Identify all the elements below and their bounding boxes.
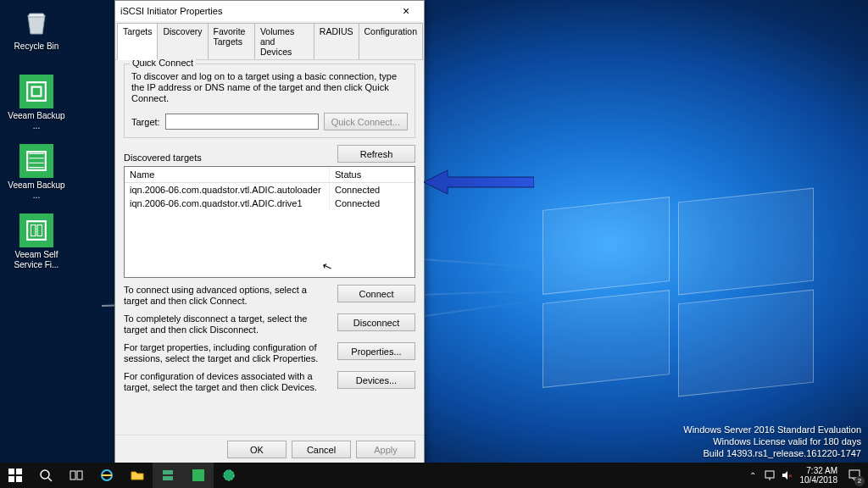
tab-configuration[interactable]: Configuration bbox=[359, 23, 423, 59]
tray-clock[interactable]: 7:32 AM 10/4/2018 bbox=[795, 466, 843, 485]
tab-radius[interactable]: RADIUS bbox=[314, 23, 359, 59]
connect-help: To connect using advanced options, selec… bbox=[124, 285, 331, 307]
desktop-icon-label: Veeam Backup ... bbox=[7, 111, 66, 131]
notification-badge: 2 bbox=[854, 476, 865, 486]
close-icon[interactable]: × bbox=[393, 4, 419, 18]
tab-body: Quick Connect To discover and log on to … bbox=[115, 60, 424, 435]
quick-connect-group: Quick Connect To discover and log on to … bbox=[124, 64, 415, 138]
svg-line-12 bbox=[48, 478, 52, 481]
globe-icon bbox=[222, 469, 236, 482]
veeam-icon bbox=[19, 75, 53, 108]
list-row[interactable]: iqn.2006-06.com.quadstor.vtl.ADIC.autolo… bbox=[125, 183, 415, 197]
folder-icon bbox=[131, 469, 144, 482]
windows-icon bbox=[8, 469, 22, 482]
tab-discovery[interactable]: Discovery bbox=[157, 23, 208, 59]
veeam-icon bbox=[19, 144, 53, 178]
dialog-button-row: OK Cancel Apply bbox=[115, 435, 424, 463]
svg-rect-1 bbox=[32, 87, 42, 97]
properties-help: For target properties, including configu… bbox=[124, 342, 331, 364]
search-icon bbox=[39, 469, 53, 482]
properties-button[interactable]: Properties... bbox=[337, 342, 415, 360]
target-label: Target: bbox=[131, 117, 160, 127]
taskbar-server-manager[interactable] bbox=[153, 463, 183, 488]
search-button[interactable] bbox=[31, 463, 61, 488]
taskbar-globe[interactable] bbox=[214, 463, 244, 488]
desktop: Recycle Bin Veeam Backup ... Veeam Backu… bbox=[0, 0, 868, 488]
svg-rect-5 bbox=[37, 225, 42, 236]
disconnect-help: To completely disconnect a target, selec… bbox=[124, 313, 331, 336]
task-view-icon bbox=[70, 469, 83, 482]
iscsi-dialog: iSCSI Initiator Properties × Targets Dis… bbox=[114, 0, 425, 464]
start-button[interactable] bbox=[0, 463, 31, 488]
tab-volumes-devices[interactable]: Volumes and Devices bbox=[254, 23, 314, 59]
tab-targets[interactable]: Targets bbox=[117, 23, 158, 60]
svg-text:×: × bbox=[788, 472, 793, 480]
desktop-icon-veeam-self-service[interactable]: Veeam Self Service Fi... bbox=[7, 214, 66, 270]
dialog-titlebar[interactable]: iSCSI Initiator Properties × bbox=[115, 1, 424, 21]
svg-rect-18 bbox=[192, 469, 204, 481]
apply-button[interactable]: Apply bbox=[356, 441, 415, 458]
taskbar-explorer[interactable] bbox=[122, 463, 153, 488]
svg-rect-17 bbox=[163, 476, 173, 480]
list-header: Name Status bbox=[125, 167, 415, 183]
desktop-icon-veeam-backup[interactable]: Veeam Backup ... bbox=[7, 75, 66, 131]
taskbar: ⌃ × 7:32 AM 10/4/2018 2 bbox=[0, 463, 868, 488]
ie-icon bbox=[100, 469, 114, 482]
devices-button[interactable]: Devices... bbox=[337, 371, 415, 389]
dialog-title: iSCSI Initiator Properties bbox=[120, 6, 222, 16]
refresh-button[interactable]: Refresh bbox=[337, 145, 415, 163]
svg-rect-10 bbox=[16, 476, 22, 482]
svg-marker-6 bbox=[424, 170, 534, 194]
tray-volume-icon[interactable]: × bbox=[778, 469, 795, 481]
quick-connect-help: To discover and log on to a target using… bbox=[131, 71, 408, 104]
svg-rect-13 bbox=[70, 471, 75, 480]
cancel-button[interactable]: Cancel bbox=[292, 441, 351, 458]
server-icon bbox=[161, 469, 175, 482]
svg-marker-23 bbox=[782, 471, 787, 480]
annotation-arrow bbox=[424, 165, 534, 201]
desktop-icon-label: Recycle Bin bbox=[7, 42, 66, 52]
recycle-bin-icon bbox=[19, 5, 53, 39]
svg-rect-16 bbox=[163, 470, 173, 474]
discovered-targets-label: Discovered targets bbox=[124, 152, 202, 163]
tray-chevron-icon[interactable]: ⌃ bbox=[744, 471, 761, 480]
col-status-header[interactable]: Status bbox=[330, 167, 415, 182]
desktop-icon-veeam-backup-2[interactable]: Veeam Backup ... bbox=[7, 144, 66, 201]
svg-rect-9 bbox=[8, 476, 14, 482]
windows-logo bbox=[542, 203, 831, 407]
svg-rect-0 bbox=[27, 82, 46, 101]
tab-row: Targets Discovery Favorite Targets Volum… bbox=[115, 21, 424, 60]
system-tray: ⌃ × 7:32 AM 10/4/2018 2 bbox=[744, 463, 869, 488]
desktop-icon-label: Veeam Backup ... bbox=[7, 180, 66, 201]
svg-rect-3 bbox=[27, 221, 46, 240]
devices-help: For configuration of devices associated … bbox=[124, 371, 331, 393]
quick-connect-button[interactable]: Quick Connect... bbox=[324, 113, 408, 130]
windows-watermark: Windows Server 2016 Standard Evaluation … bbox=[683, 424, 861, 459]
target-input[interactable] bbox=[165, 114, 319, 130]
svg-rect-21 bbox=[765, 471, 774, 478]
list-row[interactable]: iqn.2006-06.com.quadstor.vtl.ADIC.drive1… bbox=[125, 197, 415, 210]
task-view-button[interactable] bbox=[61, 463, 92, 488]
connect-button[interactable]: Connect bbox=[337, 285, 415, 302]
taskbar-veeam[interactable] bbox=[183, 463, 214, 488]
taskbar-ie[interactable] bbox=[92, 463, 122, 488]
svg-point-11 bbox=[41, 470, 49, 479]
disconnect-button[interactable]: Disconnect bbox=[337, 313, 415, 331]
tray-notifications[interactable]: 2 bbox=[843, 463, 866, 488]
svg-rect-8 bbox=[16, 469, 22, 474]
discovered-targets-list[interactable]: Name Status iqn.2006-06.com.quadstor.vtl… bbox=[124, 166, 415, 278]
veeam-task-icon bbox=[192, 469, 205, 482]
svg-rect-4 bbox=[31, 225, 36, 236]
tray-network-icon[interactable] bbox=[761, 469, 778, 481]
svg-rect-14 bbox=[77, 471, 82, 480]
col-name-header[interactable]: Name bbox=[125, 167, 330, 182]
tab-favorite-targets[interactable]: Favorite Targets bbox=[208, 23, 255, 59]
desktop-icon-label: Veeam Self Service Fi... bbox=[7, 250, 66, 270]
desktop-icon-recycle-bin[interactable]: Recycle Bin bbox=[7, 5, 66, 52]
svg-rect-7 bbox=[8, 469, 14, 474]
ok-button[interactable]: OK bbox=[227, 441, 287, 458]
veeam-icon bbox=[19, 214, 53, 247]
